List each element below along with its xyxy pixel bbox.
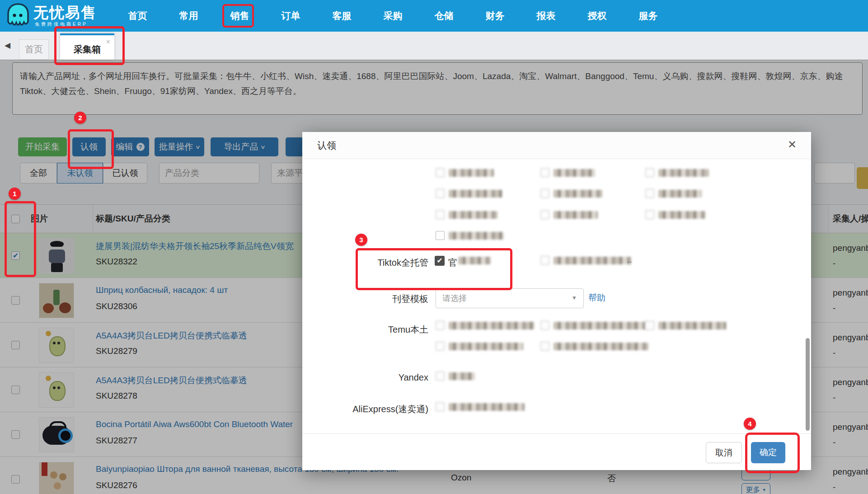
claim-dialog: 认领 ✕ Tiktok全托管 ✔ 官 ‥ 刊登模板 请选择 ▼ 帮助 Temu本…	[302, 132, 811, 470]
yandex-label: Yandex	[299, 372, 428, 383]
yandex-store-checkbox-redacted[interactable]	[436, 372, 475, 381]
annotation-step-2: 2	[74, 112, 86, 124]
store-checkbox-redacted[interactable]	[540, 168, 595, 177]
store-checkbox-redacted[interactable]	[436, 168, 494, 177]
tabs-back-icon[interactable]: ◀	[5, 41, 10, 50]
brand-title: 无忧易售	[33, 3, 97, 23]
dialog-close-icon[interactable]: ✕	[788, 138, 797, 151]
temu-store-checkbox-redacted[interactable]	[436, 321, 535, 330]
top-navbar: 无忧易售 免费跨境电商ERP 首页常用销售订单客服采购仓储财务报表授权服务	[0, 0, 868, 32]
nav-item-4[interactable]: 客服	[316, 9, 367, 22]
cancel-button[interactable]: 取消	[706, 442, 742, 463]
nav-item-1[interactable]: 常用	[163, 9, 214, 22]
tab-bar: ◀ 首页 采集箱 ✕	[0, 32, 868, 60]
nav-item-6[interactable]: 仓储	[418, 9, 469, 22]
dialog-header: 认领 ✕	[302, 132, 811, 159]
select-caret-icon: ▼	[572, 295, 577, 301]
store-checkbox-redacted[interactable]	[436, 189, 502, 198]
annotation-box-confirm-button	[745, 433, 800, 473]
store-checkbox-redacted[interactable]	[645, 189, 702, 198]
store-checkbox-redacted[interactable]	[540, 189, 602, 198]
nav-item-0[interactable]: 首页	[112, 9, 163, 22]
dialog-title: 认领	[317, 139, 336, 152]
nav-item-3[interactable]: 订单	[265, 9, 316, 22]
nav-item-5[interactable]: 采购	[367, 9, 418, 22]
tiktok-store-checkbox-redacted[interactable]	[540, 256, 631, 265]
annotation-box-claim-button	[68, 129, 114, 169]
temu-local-label: Temu本土	[299, 324, 428, 336]
temu-store-checkbox-redacted[interactable]	[436, 342, 523, 351]
annotation-step-4: 4	[744, 418, 756, 430]
annotation-step-1: 1	[9, 188, 21, 200]
temu-store-checkbox-redacted[interactable]	[540, 321, 646, 330]
annotation-box-row-checkbox	[5, 201, 36, 277]
publish-template-label: 刊登模板	[299, 293, 428, 305]
dialog-footer: 取消 确定	[302, 433, 811, 470]
temu-store-checkbox-redacted[interactable]	[645, 321, 726, 330]
select-placeholder: 请选择	[442, 293, 467, 304]
store-checkbox-redacted[interactable]	[540, 210, 598, 219]
nav-item-9[interactable]: 授权	[572, 9, 623, 22]
store-checkbox-redacted[interactable]	[436, 210, 497, 219]
modal-scrollbar-thumb[interactable]	[806, 338, 810, 431]
brand-squid-logo-icon	[5, 3, 31, 29]
template-select[interactable]: 请选择 ▼	[436, 288, 584, 308]
main-menu: 首页常用销售订单客服采购仓储财务报表授权服务	[112, 0, 674, 32]
store-checkbox-redacted[interactable]	[645, 210, 705, 219]
nav-item-7[interactable]: 财务	[469, 9, 521, 22]
store-checkbox-redacted[interactable]	[645, 168, 709, 177]
ellipsis-text: ‥	[627, 255, 632, 265]
nav-item-8[interactable]: 报表	[521, 9, 572, 22]
tab-home[interactable]: 首页	[19, 39, 49, 60]
aliexpress-label: AliExpress(速卖通)	[299, 403, 428, 415]
temu-store-checkbox-redacted[interactable]	[540, 342, 648, 351]
app-window: 无忧易售 免费跨境电商ERP 首页常用销售订单客服采购仓储财务报表授权服务 ◀ …	[0, 0, 868, 494]
annotation-step-3: 3	[355, 234, 367, 246]
annotation-box-tiktok-row	[356, 248, 512, 290]
store-checkbox-redacted[interactable]	[436, 231, 504, 240]
annotation-box-nav-sales	[222, 4, 254, 28]
annotation-box-tab-collect	[54, 26, 125, 65]
nav-item-10[interactable]: 服务	[623, 9, 674, 22]
help-link[interactable]: 帮助	[588, 292, 605, 304]
aliexpress-store-checkbox-redacted[interactable]	[436, 402, 525, 411]
